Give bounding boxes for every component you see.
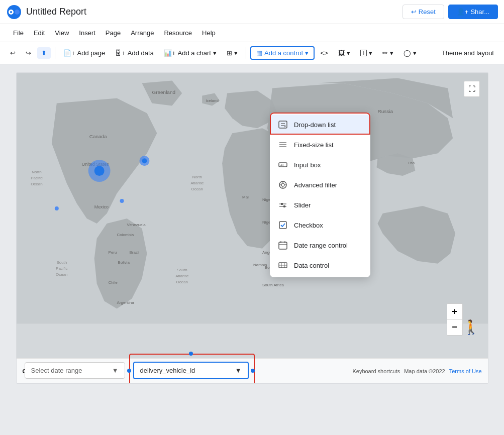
undo-button[interactable]: ↩: [6, 47, 20, 59]
code-icon: <>: [321, 49, 328, 57]
menu-insert[interactable]: Insert: [74, 27, 100, 39]
menu-resource[interactable]: Resource: [159, 27, 197, 39]
menu-item-date-range[interactable]: Date range control: [270, 235, 370, 255]
add-control-button[interactable]: ▦ Add a control ▾: [250, 46, 315, 60]
top-bar-actions: ↩ Reset 👤+ Shar...: [402, 5, 498, 19]
svg-text:Mali: Mali: [242, 195, 250, 199]
svg-text:Bolivia: Bolivia: [118, 260, 130, 265]
svg-text:South Africa: South Africa: [262, 283, 284, 287]
control-dropdown-menu: Drop-down list Fixed-size list A| Input …: [270, 113, 370, 277]
select-tool-button[interactable]: ⬆: [37, 47, 51, 59]
svg-point-54: [142, 158, 147, 163]
svg-rect-76: [279, 222, 286, 229]
reset-button[interactable]: ↩ Reset: [402, 5, 444, 19]
svg-text:Canada: Canada: [89, 134, 107, 139]
community-chevron: ▾: [234, 49, 238, 57]
menu-item-dropdown-list[interactable]: Drop-down list: [270, 115, 370, 135]
community-button[interactable]: ⊞ ▾: [223, 47, 242, 59]
date-range-control[interactable]: Select date range ▼: [25, 362, 125, 379]
menu-item-input-box-label: Input box: [294, 161, 321, 169]
svg-rect-74: [281, 203, 283, 205]
svg-text:Ocean: Ocean: [176, 280, 187, 284]
draw-chevron: ▾: [390, 49, 393, 57]
menu-arrange[interactable]: Arrange: [126, 27, 159, 39]
delivery-dropdown-control[interactable]: delivery_vehicle_id ▼: [133, 362, 249, 379]
menu-item-data-control[interactable]: Data control: [270, 255, 370, 275]
resize-handle-bottom[interactable]: [189, 383, 193, 384]
code-button[interactable]: <>: [317, 47, 332, 59]
menu-view[interactable]: View: [50, 27, 74, 39]
control-icon: ▦: [256, 49, 262, 57]
svg-text:South: South: [56, 260, 67, 265]
app-title: Untitled Report: [26, 7, 398, 17]
svg-text:Colombia: Colombia: [117, 233, 134, 237]
add-chart-button[interactable]: 📊+ Add a chart ▾: [160, 47, 221, 59]
svg-point-3: [10, 11, 12, 13]
data-control-icon: [278, 260, 288, 270]
zoom-out-button[interactable]: −: [447, 319, 463, 336]
svg-rect-75: [283, 205, 285, 207]
map-data-label: Map data ©2022: [404, 368, 445, 374]
redo-button[interactable]: ↪: [22, 47, 35, 59]
street-view-icon[interactable]: 🚶: [462, 319, 480, 336]
svg-text:Ocean: Ocean: [56, 272, 67, 277]
svg-text:Tha...: Tha...: [408, 161, 418, 165]
svg-text:Pacific: Pacific: [31, 176, 42, 180]
svg-text:Russia: Russia: [377, 108, 393, 114]
svg-point-56: [120, 199, 124, 203]
app-logo: [6, 4, 22, 20]
image-button[interactable]: 🖼 ▾: [334, 47, 354, 59]
draw-button[interactable]: ✏ ▾: [378, 47, 397, 59]
menu-file[interactable]: File: [8, 27, 29, 39]
svg-point-2: [15, 10, 20, 15]
svg-text:Iceland: Iceland: [206, 98, 219, 103]
zoom-in-button[interactable]: +: [447, 303, 463, 319]
add-chart-icon: 📊+: [164, 49, 176, 57]
svg-text:North: North: [192, 175, 202, 179]
date-range-arrow: ▼: [112, 367, 119, 374]
svg-text:Atlantic: Atlantic: [190, 181, 204, 185]
svg-point-55: [54, 206, 58, 210]
menu-item-advanced-filter[interactable]: Advanced filter: [270, 175, 370, 195]
menu-item-checkbox[interactable]: Checkbox: [270, 215, 370, 235]
menu-item-dropdown-list-label: Drop-down list: [294, 121, 336, 129]
resize-handle-left[interactable]: [127, 369, 131, 373]
svg-text:Peru: Peru: [108, 250, 117, 255]
menu-item-input-box[interactable]: A| Input box: [270, 155, 370, 175]
add-data-button[interactable]: 🗄+ Add data: [111, 47, 158, 59]
svg-text:Greenland: Greenland: [152, 89, 175, 95]
svg-point-52: [94, 166, 104, 176]
cursor-icon: ⬆: [41, 49, 47, 57]
resize-handle-top[interactable]: [189, 352, 193, 356]
svg-text:Pacific: Pacific: [56, 266, 67, 271]
text-button[interactable]: 🅃 ▾: [356, 47, 376, 59]
canvas-bottom-controls: Select date range ▼ delivery_vehicle_id …: [25, 362, 249, 379]
fullscreen-button[interactable]: ⛶: [464, 81, 480, 97]
share-button[interactable]: 👤+ Shar...: [448, 5, 498, 19]
toolbar: ↩ ↪ ⬆ 📄+ Add page 🗄+ Add data 📊+ Add a c…: [0, 42, 504, 64]
menu-item-checkbox-label: Checkbox: [294, 222, 323, 229]
add-data-icon: 🗄+: [115, 49, 126, 57]
input-box-icon: A|: [278, 160, 288, 170]
menu-page[interactable]: Page: [100, 27, 126, 39]
menu-item-slider[interactable]: Slider: [270, 195, 370, 215]
map-area: Greenland Canada United States Mexico No…: [17, 73, 488, 383]
text-chevron: ▾: [369, 49, 372, 57]
theme-layout-button[interactable]: Theme and layout: [438, 47, 498, 59]
redo-icon: ↪: [26, 49, 31, 57]
menu-item-fixed-list[interactable]: Fixed-size list: [270, 135, 370, 155]
menu-help[interactable]: Help: [197, 27, 221, 39]
shape-icon: ◯: [404, 49, 411, 57]
date-range-label: Select date range: [31, 367, 82, 374]
menu-edit[interactable]: Edit: [29, 27, 50, 39]
toolbar-separator-2: [246, 47, 246, 59]
svg-rect-77: [279, 242, 287, 249]
resize-handle-right[interactable]: [251, 369, 255, 373]
shape-button[interactable]: ◯ ▾: [399, 47, 421, 59]
add-page-button[interactable]: 📄+ Add page: [59, 47, 109, 59]
image-icon: 🖼: [338, 49, 345, 57]
svg-text:Brazil: Brazil: [129, 250, 139, 255]
svg-text:Mexico: Mexico: [94, 204, 108, 209]
dropdown-value: delivery_vehicle_id: [140, 367, 195, 374]
menu-bar: File Edit View Insert Page Arrange Resou…: [0, 24, 504, 42]
